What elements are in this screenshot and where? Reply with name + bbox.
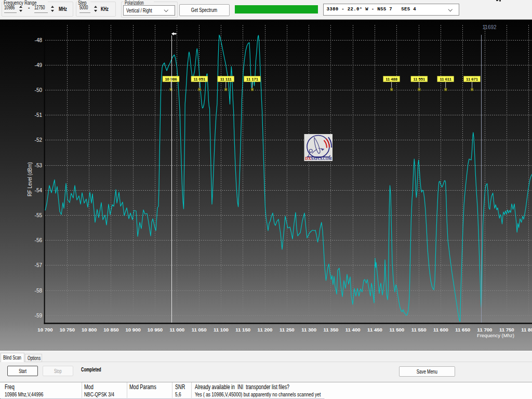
svg-text:-58: -58 [35, 288, 43, 294]
svg-text:10 700: 10 700 [37, 327, 52, 332]
svg-text:11 500: 11 500 [389, 327, 404, 332]
svg-text:10 850: 10 850 [103, 327, 118, 332]
svg-text:-52: -52 [35, 137, 43, 143]
svg-text:11 350: 11 350 [323, 327, 338, 332]
svg-text:11 750: 11 750 [499, 327, 514, 332]
svg-text:10 800: 10 800 [82, 327, 97, 332]
svg-text:11 250: 11 250 [280, 327, 295, 332]
svg-text:11 171: 11 171 [246, 77, 259, 82]
svg-text:11 400: 11 400 [345, 327, 361, 332]
svg-text:11 300: 11 300 [301, 327, 316, 332]
svg-text:11 051: 11 051 [193, 77, 206, 82]
svg-text:11 111: 11 111 [220, 77, 232, 82]
svg-text:10 750: 10 750 [60, 327, 75, 332]
svg-text:-48: -48 [35, 37, 43, 43]
svg-text:10 986: 10 986 [165, 77, 177, 82]
svg-text:11 611: 11 611 [440, 77, 452, 82]
svg-text:SATCS.COM: SATCS.COM [311, 156, 332, 161]
svg-text:11 488: 11 488 [385, 77, 397, 82]
svg-text:-54: -54 [35, 188, 43, 193]
svg-text:-50: -50 [35, 87, 43, 93]
svg-text:DX: DX [305, 156, 311, 161]
svg-text:11 600: 11 600 [433, 327, 448, 332]
svg-text:11 700: 11 700 [477, 327, 493, 332]
svg-text:11 550: 11 550 [411, 327, 427, 332]
svg-text:Frequency (Mhz): Frequency (Mhz) [477, 332, 514, 338]
svg-text:11692: 11692 [483, 24, 497, 30]
svg-text:10 950: 10 950 [148, 327, 163, 332]
svg-text:11 671: 11 671 [466, 77, 478, 82]
svg-text:11 551: 11 551 [413, 77, 425, 82]
svg-text:-49: -49 [35, 62, 43, 68]
svg-text:-53: -53 [35, 163, 43, 168]
svg-text:-59: -59 [35, 313, 43, 318]
svg-text:11 800: 11 800 [521, 327, 532, 332]
svg-text:10 900: 10 900 [126, 327, 141, 332]
svg-text:11 000: 11 000 [169, 327, 184, 332]
svg-text:11 150: 11 150 [235, 327, 250, 332]
svg-text:11 100: 11 100 [214, 327, 229, 332]
svg-text:-51: -51 [35, 112, 43, 118]
svg-text:11 050: 11 050 [192, 327, 207, 332]
svg-text:11 200: 11 200 [258, 327, 273, 332]
svg-text:-56: -56 [35, 237, 43, 243]
svg-text:11 650: 11 650 [455, 327, 470, 332]
svg-text:-55: -55 [35, 212, 43, 218]
svg-text:-57: -57 [35, 262, 43, 268]
svg-text:11 450: 11 450 [367, 327, 382, 332]
svg-text:RF Level (dBm): RF Level (dBm) [26, 162, 33, 196]
